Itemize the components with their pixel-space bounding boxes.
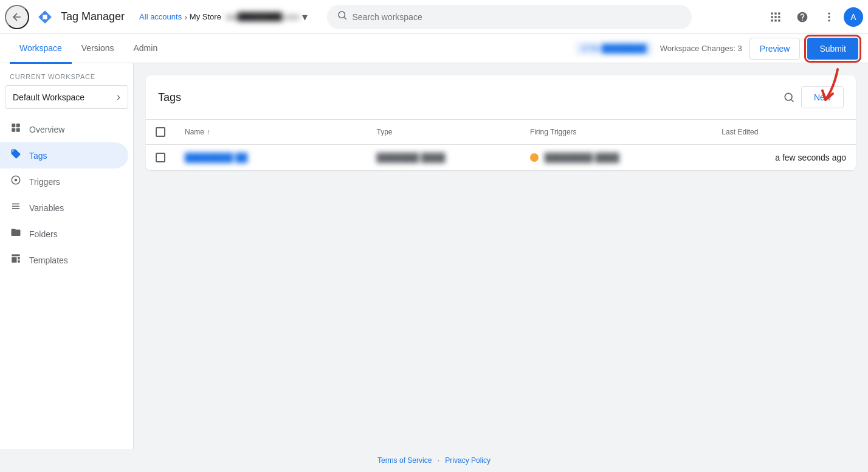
tab-admin[interactable]: Admin [123,35,167,64]
account-selector[interactable]: All accounts › My Store ww████████.com ▾ [134,8,312,26]
tags-icon [10,148,22,162]
sidebar-item-triggers[interactable]: Triggers [0,168,128,195]
row-check-cell [146,145,175,170]
tab-workspace[interactable]: Workspace [10,35,72,64]
back-button[interactable] [5,5,29,29]
footer: Terms of Service · Privacy Policy [0,449,868,472]
sidebar-item-variables[interactable]: Variables [0,195,128,221]
svg-point-2 [339,12,345,18]
gtm-logo [34,6,56,28]
avatar[interactable]: A [844,7,863,27]
triggers-icon [10,175,22,189]
svg-rect-18 [16,128,20,132]
main-layout: CURRENT WORKSPACE Default Workspace › Ov… [0,63,868,472]
sidebar: CURRENT WORKSPACE Default Workspace › Ov… [0,63,134,472]
tags-title: Tags [158,91,777,104]
select-all-checkbox[interactable] [156,127,165,137]
sidebar-item-label: Templates [29,255,68,265]
sidebar-item-templates[interactable]: Templates [0,247,128,273]
header-type: Type [367,120,520,145]
sidebar-item-label: Overview [29,125,64,134]
row-triggers-cell: ████████ ████ [520,145,712,170]
breadcrumb-separator: › [184,12,187,22]
header-edited: Last Edited [712,120,856,145]
tags-header: Tags New [146,75,856,120]
sidebar-item-label: Triggers [29,177,60,187]
tags-table-body: ████████ ██ ███████ ████ ████████ ████ a… [146,145,856,170]
sort-asc-icon: ↑ [207,128,210,136]
subnav-right: GTM-████████ Workspace Changes: 3 Previe… [576,38,858,60]
svg-rect-4 [774,12,776,14]
topbar: Tag Manager All accounts › My Store ww██… [0,0,868,34]
svg-rect-5 [778,12,780,14]
sidebar-item-label: Variables [29,203,64,213]
header-triggers: Firing Triggers [520,120,712,145]
topbar-right: A [763,5,863,29]
svg-rect-7 [774,16,776,18]
workspace-selector[interactable]: Default Workspace › [5,85,128,109]
search-input[interactable] [353,12,682,22]
sidebar-item-tags[interactable]: Tags [0,142,128,168]
sidebar-item-label: Folders [29,229,58,239]
svg-point-25 [785,93,792,100]
sidebar-nav: Overview Tags Triggers [0,116,133,273]
footer-separator: · [438,456,439,465]
trigger-dot-icon [530,153,539,162]
workspace-arrow-icon: › [117,91,120,103]
variables-icon [10,201,22,215]
tags-search-button[interactable] [777,85,801,109]
help-icon-button[interactable] [790,5,815,29]
svg-rect-9 [771,19,773,21]
row-type-cell: ███████ ████ [367,145,520,170]
svg-point-14 [828,19,830,21]
more-options-icon-button[interactable] [817,5,841,29]
tag-trigger: ████████ ████ [545,153,619,162]
preview-button[interactable]: Preview [749,38,801,60]
gtm-id-badge: GTM-████████ [576,41,653,55]
workspace-name: Default Workspace [13,92,84,102]
svg-rect-6 [771,16,773,18]
svg-rect-1 [43,15,47,19]
submit-button[interactable]: Submit [807,38,858,60]
row-checkbox[interactable] [156,153,165,162]
svg-rect-21 [12,254,20,256]
svg-rect-3 [771,12,773,14]
svg-rect-24 [18,260,20,263]
tags-panel: Tags New Name ↑ [146,75,856,170]
tag-type: ███████ ████ [376,153,445,162]
header-check [146,120,175,145]
search-icon [337,10,348,24]
all-accounts-link[interactable]: All accounts [139,12,182,21]
svg-rect-8 [778,16,780,18]
apps-icon-button[interactable] [763,5,788,29]
svg-rect-15 [12,123,15,127]
svg-rect-10 [774,19,776,21]
privacy-policy-link[interactable]: Privacy Policy [445,456,491,465]
tag-name: ████████ ██ [185,153,247,162]
svg-rect-17 [12,128,15,132]
svg-point-20 [15,179,18,182]
svg-rect-16 [16,123,20,127]
terms-of-service-link[interactable]: Terms of Service [377,456,432,465]
sidebar-item-overview[interactable]: Overview [0,116,128,142]
svg-rect-23 [18,257,20,260]
subnav: Workspace Versions Admin GTM-████████ Wo… [0,34,868,63]
tags-table-header: Name ↑ Type Firing Triggers Last Edited [146,120,856,145]
current-workspace-label: CURRENT WORKSPACE [0,63,133,83]
folders-icon [10,227,22,241]
store-name: My Store [190,12,221,21]
svg-rect-22 [12,257,16,263]
tab-versions[interactable]: Versions [72,35,124,64]
svg-rect-11 [778,19,780,21]
row-name-cell: ████████ ██ [175,145,367,170]
table-row[interactable]: ████████ ██ ███████ ████ ████████ ████ a… [146,145,856,170]
header-name[interactable]: Name ↑ [175,120,367,145]
row-edited-cell: a few seconds ago [712,145,856,170]
new-tag-button[interactable]: New [801,86,844,108]
sidebar-item-label: Tags [29,151,47,161]
svg-point-12 [828,12,830,14]
content-area: Tags New Name ↑ [134,63,868,472]
dropdown-arrow-icon[interactable]: ▾ [302,10,308,24]
svg-point-13 [828,16,830,18]
sidebar-item-folders[interactable]: Folders [0,221,128,247]
